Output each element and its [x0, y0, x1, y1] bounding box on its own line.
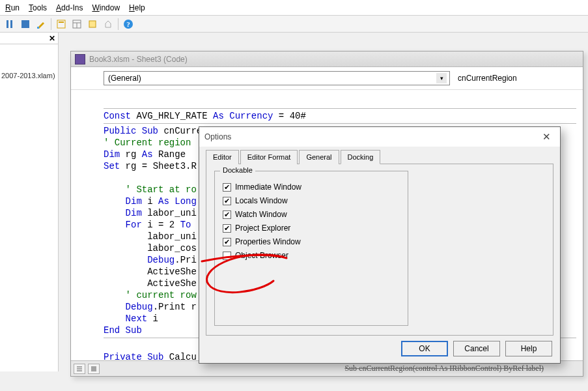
tab-panel-docking: Dockable ✔ Immediate Window ✔ Locals Win… — [206, 164, 553, 336]
option-label: Object Browser — [235, 251, 288, 260]
dialog-title: Options — [204, 132, 231, 141]
code-window-titlebar[interactable]: Book3.xlsm - Sheet3 (Code) — [71, 51, 583, 67]
toolbar-separator — [51, 18, 51, 30]
svg-rect-0 — [7, 20, 8, 28]
tab-general[interactable]: General — [299, 150, 339, 164]
menu-addins[interactable]: Add-Ins — [56, 3, 83, 12]
pause-icon[interactable] — [3, 17, 17, 31]
code-window-title: Book3.xlsm - Sheet3 (Code) — [89, 55, 188, 64]
checkbox-icon[interactable]: ✔ — [223, 238, 231, 246]
file-label: 2007-2013.xlam) — [1, 72, 55, 80]
option-label: Locals Window — [235, 196, 288, 205]
option-locals-window[interactable]: ✔ Locals Window — [223, 196, 400, 205]
dockable-fieldset: Dockable ✔ Immediate Window ✔ Locals Win… — [214, 171, 408, 326]
tab-editor-format[interactable]: Editor Format — [240, 150, 298, 164]
object-dropdown-value: (General) — [108, 74, 141, 83]
options-dialog: Options ✕ Editor Editor Format General D… — [199, 126, 561, 364]
svg-rect-9 — [89, 21, 96, 27]
svg-rect-5 — [59, 22, 64, 23]
dialog-button-row: OK Cancel Help — [401, 341, 552, 356]
option-properties-window[interactable]: ✔ Properties Window — [223, 237, 400, 246]
checkbox-icon[interactable]: ✔ — [223, 210, 231, 219]
toolbar: ? — [0, 16, 588, 33]
procedure-view-icon[interactable] — [74, 364, 85, 374]
checkbox-icon[interactable]: ✔ — [223, 224, 231, 233]
tab-editor[interactable]: Editor — [206, 150, 239, 164]
properties-icon[interactable] — [70, 17, 84, 31]
code-module-icon — [75, 54, 85, 65]
option-project-explorer[interactable]: ✔ Project Explorer — [223, 224, 400, 233]
ok-button[interactable]: OK — [401, 341, 448, 356]
tab-docking[interactable]: Docking — [341, 150, 381, 164]
object-browser-icon[interactable] — [85, 17, 100, 31]
cancel-button[interactable]: Cancel — [453, 341, 500, 356]
option-watch-window[interactable]: ✔ Watch Window — [223, 210, 400, 219]
chevron-down-icon: ▾ — [436, 73, 447, 83]
close-icon[interactable]: ✕ — [48, 34, 57, 43]
dialog-tabs: Editor Editor Format General Docking — [199, 147, 560, 164]
menu-window[interactable]: Window — [92, 3, 120, 12]
checkbox-icon[interactable]: ✔ — [223, 183, 231, 192]
stop-icon[interactable] — [18, 17, 33, 31]
procedure-dropdown-value: cnCurrentRegion — [458, 74, 517, 83]
option-label: Project Explorer — [235, 224, 290, 233]
option-object-browser[interactable]: Object Browser — [223, 251, 400, 260]
option-immediate-window[interactable]: ✔ Immediate Window — [223, 182, 400, 192]
toolbox-icon[interactable] — [101, 17, 115, 31]
help-button[interactable]: Help — [505, 341, 552, 356]
menu-run[interactable]: Run — [5, 3, 20, 12]
menu-tools[interactable]: Tools — [29, 3, 47, 12]
object-dropdown[interactable]: (General) ▾ — [104, 71, 450, 85]
svg-rect-1 — [10, 20, 12, 28]
svg-rect-2 — [21, 20, 29, 28]
project-explorer-icon[interactable] — [54, 17, 68, 31]
fieldset-legend: Dockable — [220, 166, 255, 174]
option-label: Properties Window — [235, 237, 301, 246]
full-module-view-icon[interactable] — [88, 364, 100, 374]
svg-rect-4 — [57, 20, 65, 28]
close-icon[interactable]: ✕ — [539, 130, 555, 144]
dialog-titlebar[interactable]: Options ✕ — [199, 127, 560, 147]
checkbox-icon[interactable] — [223, 252, 231, 260]
menu-help[interactable]: Help — [129, 3, 145, 12]
toolbar-separator — [118, 18, 119, 30]
help-icon[interactable]: ? — [121, 17, 135, 31]
svg-text:?: ? — [126, 20, 130, 28]
left-panel: ✕ 2007-2013.xlam) — [0, 33, 59, 371]
footer-code-snippet: Sub cnCurrentRegion(control As IRibbonCo… — [344, 364, 544, 373]
option-label: Watch Window — [235, 210, 287, 219]
option-label: Immediate Window — [235, 182, 301, 192]
design-mode-icon[interactable] — [34, 17, 48, 31]
svg-rect-3 — [37, 27, 39, 29]
procedure-dropdown[interactable]: cnCurrentRegion — [454, 71, 558, 85]
menu-bar: Run Tools Add-Ins Window Help — [0, 0, 588, 16]
checkbox-icon[interactable]: ✔ — [223, 197, 231, 205]
